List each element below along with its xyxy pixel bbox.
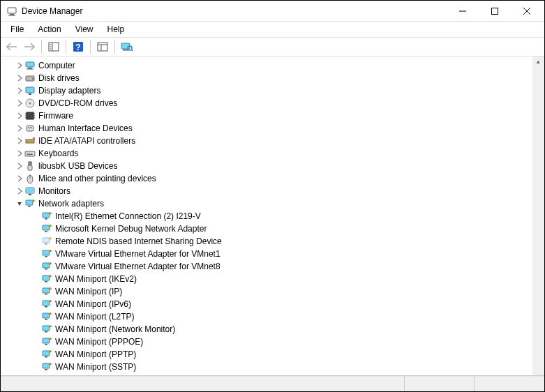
tree-category[interactable]: Computer — [1, 59, 532, 72]
chevron-right-icon[interactable] — [15, 136, 24, 146]
svg-rect-68 — [45, 294, 47, 295]
properties-button[interactable] — [94, 39, 111, 54]
forward-button[interactable] — [21, 39, 38, 54]
help-button[interactable]: ? — [70, 39, 87, 54]
chevron-right-icon[interactable] — [15, 174, 24, 183]
tree-category-label: Human Interface Devices — [38, 123, 133, 133]
close-button[interactable] — [511, 1, 543, 22]
tree-category[interactable]: IDE ATA/ATAPI controllers — [1, 135, 532, 147]
chevron-right-icon[interactable] — [15, 86, 24, 96]
tree-device-label: WAN Miniport (L2TP) — [55, 312, 135, 322]
tree-category-label: Network adapters — [38, 199, 104, 209]
chevron-right-icon[interactable] — [15, 149, 24, 158]
minimize-button[interactable] — [447, 1, 479, 22]
svg-rect-61 — [43, 250, 50, 255]
tree-category[interactable]: DVD/CD-ROM drives — [1, 97, 532, 110]
tree-device[interactable]: VMware Virtual Ethernet Adapter for VMne… — [1, 260, 532, 273]
back-button[interactable] — [3, 39, 20, 54]
svg-rect-78 — [45, 356, 47, 358]
tree-device[interactable]: WAN Miniport (IPv6) — [1, 298, 532, 310]
tree-category[interactable]: Display adapters — [1, 84, 532, 97]
menu-help[interactable]: Help — [100, 23, 132, 36]
scan-hardware-button[interactable] — [119, 39, 135, 54]
network-icon — [41, 261, 52, 272]
tree-device[interactable]: Remote NDIS based Internet Sharing Devic… — [1, 235, 532, 248]
menubar: File Action View Help — [1, 22, 544, 37]
toolbar-separator — [41, 40, 42, 54]
svg-rect-67 — [43, 288, 50, 293]
svg-rect-47 — [28, 165, 32, 170]
monitor-icon — [24, 186, 36, 197]
chevron-right-icon[interactable] — [15, 186, 24, 196]
svg-rect-59 — [43, 238, 50, 243]
statusbar — [1, 376, 544, 391]
svg-rect-57 — [43, 225, 50, 230]
chevron-right-icon[interactable] — [15, 73, 24, 83]
toolbar-separator — [90, 40, 91, 54]
hid-icon — [24, 123, 36, 134]
svg-rect-22 — [28, 68, 32, 69]
network-icon — [41, 248, 52, 259]
device-tree[interactable]: ComputerDisk drivesDisplay adaptersDVD/C… — [1, 56, 532, 375]
tree-category-label: Computer — [38, 61, 75, 70]
chevron-right-icon[interactable] — [15, 111, 24, 121]
mouse-icon — [24, 173, 36, 184]
tree-category[interactable]: Keyboards — [1, 147, 532, 160]
chevron-right-icon[interactable] — [15, 161, 24, 171]
vertical-scrollbar[interactable]: ▴ — [532, 56, 544, 375]
svg-rect-56 — [45, 218, 47, 220]
tree-device[interactable]: WAN Miniport (PPPOE) — [1, 336, 532, 348]
svg-rect-43 — [29, 153, 30, 153]
tree-device-label: WAN Miniport (Network Monitor) — [55, 324, 175, 334]
tree-category[interactable]: Mice and other pointing devices — [1, 172, 532, 185]
svg-rect-80 — [45, 369, 47, 370]
tree-category[interactable]: libusbK USB Devices — [1, 160, 532, 172]
tree-category[interactable]: Disk drives — [1, 72, 532, 84]
display-icon — [24, 85, 36, 96]
tree-category[interactable]: Human Interface Devices — [1, 122, 532, 135]
chevron-right-icon[interactable] — [15, 61, 24, 70]
menu-file[interactable]: File — [3, 23, 31, 36]
tree-device[interactable]: WAN Miniport (L2TP) — [1, 310, 532, 323]
svg-rect-64 — [45, 269, 47, 270]
tree-device-label: WAN Miniport (PPPOE) — [55, 337, 143, 347]
tree-device[interactable]: WAN Miniport (IP) — [1, 285, 532, 298]
svg-rect-46 — [29, 162, 31, 165]
tree-device-label: WAN Miniport (IKEv2) — [55, 274, 137, 284]
tree-device[interactable]: WAN Miniport (IKEv2) — [1, 273, 532, 285]
menu-action[interactable]: Action — [31, 23, 68, 36]
tree-category[interactable]: Firmware — [1, 110, 532, 122]
menu-view[interactable]: View — [68, 23, 100, 36]
tree-device[interactable]: Intel(R) Ethernet Connection (2) I219-V — [1, 210, 532, 223]
svg-rect-74 — [45, 331, 47, 333]
maximize-button[interactable] — [479, 1, 511, 22]
tree-category[interactable]: Network adapters — [1, 197, 532, 210]
show-hide-tree-button[interactable] — [45, 39, 62, 54]
tree-device[interactable]: WAN Miniport (SSTP) — [1, 361, 532, 373]
network-icon — [41, 286, 52, 297]
tree-device[interactable]: VMware Virtual Ethernet Adapter for VMne… — [1, 248, 532, 260]
status-cell — [475, 377, 544, 391]
status-cell — [1, 377, 405, 391]
svg-rect-53 — [26, 200, 33, 205]
svg-rect-21 — [26, 62, 34, 67]
svg-rect-51 — [27, 188, 33, 193]
scroll-up-arrow[interactable]: ▴ — [537, 58, 540, 65]
svg-rect-76 — [45, 344, 47, 345]
tree-device[interactable]: Microsoft Kernel Debug Network Adapter — [1, 223, 532, 235]
svg-rect-14 — [98, 43, 107, 51]
chevron-right-icon[interactable] — [15, 98, 24, 108]
svg-rect-71 — [43, 313, 50, 318]
network-icon — [41, 336, 52, 347]
chevron-right-icon[interactable] — [15, 123, 24, 133]
tree-category[interactable]: Monitors — [1, 185, 532, 197]
tree-category-label: libusbK USB Devices — [38, 161, 117, 171]
chevron-down-icon[interactable] — [15, 199, 24, 209]
titlebar: Device Manager — [1, 1, 544, 22]
network-icon — [41, 223, 52, 234]
tree-device[interactable]: WAN Miniport (PPTP) — [1, 348, 532, 361]
svg-rect-1 — [10, 14, 14, 15]
tree-device[interactable]: WAN Miniport (Network Monitor) — [1, 323, 532, 336]
network-icon — [41, 211, 52, 222]
svg-line-20 — [131, 50, 133, 51]
